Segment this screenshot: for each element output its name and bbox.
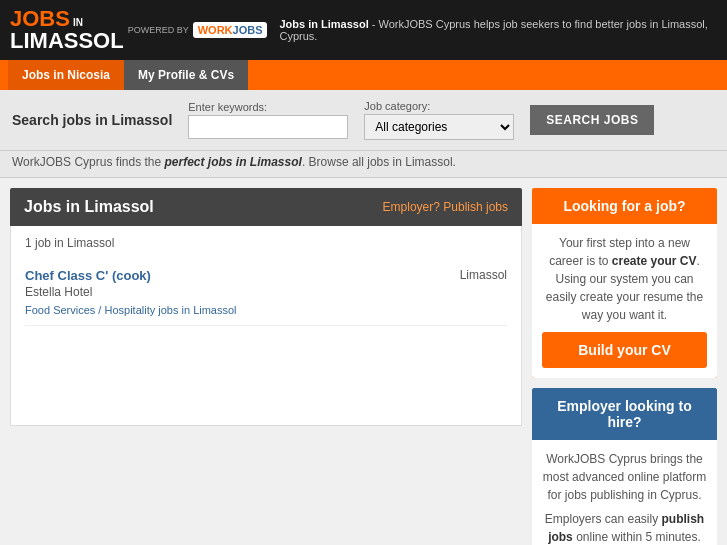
category-group: Job category: All categoriesIT / Technol… bbox=[364, 100, 514, 140]
subtext-prefix: WorkJOBS Cyprus finds the bbox=[12, 155, 165, 169]
job-company: Estella Hotel bbox=[25, 285, 460, 299]
nav-tabs: Jobs in Nicosia My Profile & CVs bbox=[0, 60, 727, 90]
badge-work: WORK bbox=[198, 24, 233, 36]
card-employer-prefix: Employers can easily bbox=[545, 512, 662, 526]
sidebar-card-employer: Employer looking to hire? WorkJOBS Cypru… bbox=[532, 388, 717, 545]
card-employer-body: WorkJOBS Cyprus brings the most advanced… bbox=[532, 440, 717, 545]
search-fields: Enter keywords: Job category: All catego… bbox=[188, 100, 715, 140]
sidebar: Looking for a job? Your first step into … bbox=[532, 188, 717, 545]
search-input[interactable] bbox=[188, 115, 348, 139]
card-employer-header: Employer looking to hire? bbox=[532, 388, 717, 440]
job-category-link[interactable]: Food Services / Hospitality jobs in Lima… bbox=[25, 304, 237, 316]
category-label: Job category: bbox=[364, 100, 514, 112]
workjobs-badge: WORK JOBS bbox=[193, 22, 268, 38]
search-area: Search jobs in Limassol Enter keywords: … bbox=[0, 90, 727, 151]
card-job-header: Looking for a job? bbox=[532, 188, 717, 224]
sub-text: WorkJOBS Cyprus finds the perfect jobs i… bbox=[0, 151, 727, 178]
powered-by: POWERED BY WORK JOBS bbox=[128, 22, 268, 38]
sidebar-card-job: Looking for a job? Your first step into … bbox=[532, 188, 717, 378]
logo-block: JOBS IN LIMASSOL bbox=[10, 8, 124, 52]
logo-area: JOBS IN LIMASSOL POWERED BY WORK JOBS bbox=[10, 8, 267, 52]
employer-publish-link[interactable]: Employer? Publish jobs bbox=[383, 200, 508, 214]
card-job-bold: create your CV bbox=[612, 254, 697, 268]
logo-jobs: JOBS bbox=[10, 8, 70, 30]
subtext-suffix: . Browse all jobs in Limassol. bbox=[302, 155, 456, 169]
card-employer-text1: WorkJOBS Cyprus brings the most advanced… bbox=[542, 450, 707, 504]
header: JOBS IN LIMASSOL POWERED BY WORK JOBS Jo… bbox=[0, 0, 727, 60]
job-row: Chef Class C' (cook) Estella Hotel Food … bbox=[25, 268, 507, 317]
build-cv-button[interactable]: Build your CV bbox=[542, 332, 707, 368]
subtext-highlight: perfect jobs in Limassol bbox=[165, 155, 302, 169]
job-info: Chef Class C' (cook) Estella Hotel Food … bbox=[25, 268, 460, 317]
powered-label: POWERED BY bbox=[128, 25, 189, 35]
logo-in: IN bbox=[73, 17, 83, 28]
card-job-body: Your first step into a new career is to … bbox=[532, 224, 717, 378]
search-button[interactable]: SEARCH JOBS bbox=[530, 105, 654, 135]
main-content: Jobs in Limassol Employer? Publish jobs … bbox=[0, 178, 727, 545]
jobs-section-title: Jobs in Limassol bbox=[24, 198, 154, 216]
category-select[interactable]: All categoriesIT / TechnologyFinanceMark… bbox=[364, 114, 514, 140]
tab-jobs-nicosia[interactable]: Jobs in Nicosia bbox=[8, 60, 124, 90]
job-location: Limassol bbox=[460, 268, 507, 282]
header-description: Jobs in Limassol - WorkJOBS Cyprus helps… bbox=[279, 18, 717, 42]
keyword-label: Enter keywords: bbox=[188, 101, 348, 113]
jobs-body: 1 job in Limassol Chef Class C' (cook) E… bbox=[10, 226, 522, 426]
logo-city: LIMASSOL bbox=[10, 30, 124, 52]
card-employer-suffix: online within 5 minutes. bbox=[573, 530, 701, 544]
card-employer-text2: Employers can easily publish jobs online… bbox=[542, 510, 707, 545]
badge-jobs: JOBS bbox=[233, 24, 263, 36]
jobs-header: Jobs in Limassol Employer? Publish jobs bbox=[10, 188, 522, 226]
jobs-section: Jobs in Limassol Employer? Publish jobs … bbox=[10, 188, 522, 545]
search-title: Search jobs in Limassol bbox=[12, 112, 172, 128]
job-title-link[interactable]: Chef Class C' (cook) bbox=[25, 268, 151, 283]
tab-profile-cvs[interactable]: My Profile & CVs bbox=[124, 60, 248, 90]
table-row: Chef Class C' (cook) Estella Hotel Food … bbox=[25, 260, 507, 326]
jobs-count: 1 job in Limassol bbox=[25, 236, 507, 250]
job-category: Food Services / Hospitality jobs in Lima… bbox=[25, 302, 460, 317]
header-site-name: Jobs in Limassol bbox=[279, 18, 368, 30]
keyword-group: Enter keywords: bbox=[188, 101, 348, 139]
